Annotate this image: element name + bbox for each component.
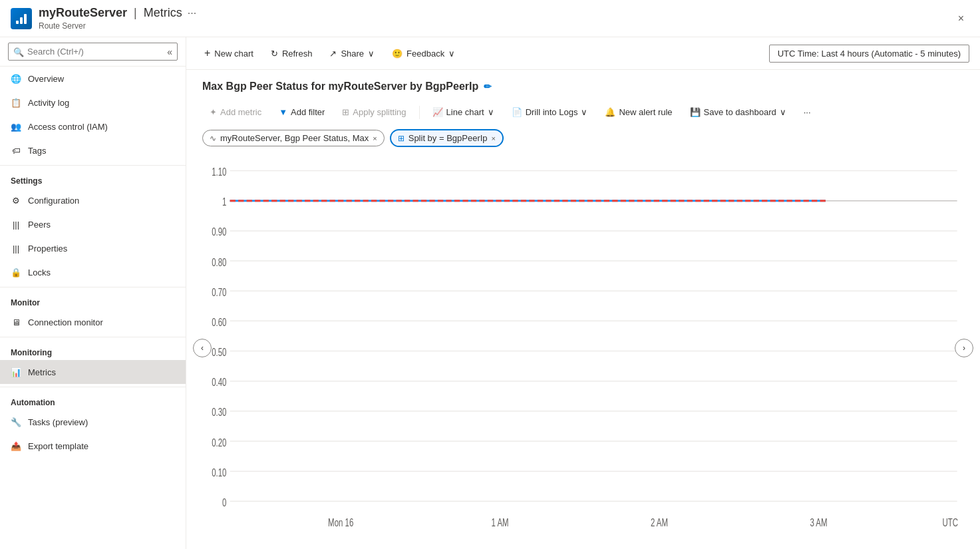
save-to-dashboard-button[interactable]: 💾 Save to dashboard ∨: [683, 103, 794, 121]
search-wrap: 🔍 «: [8, 43, 178, 61]
properties-icon: |||: [11, 243, 21, 254]
save-icon: 💾: [690, 107, 701, 117]
sidebar-settings-section: Settings ⚙ Configuration ||| Peers ||| P…: [0, 168, 186, 284]
filter-icon: ▼: [279, 107, 287, 117]
header-separator: |: [134, 6, 137, 20]
line-chart-label: Line chart: [446, 107, 484, 117]
chart-toolbar-sep-1: [419, 106, 420, 119]
sidebar-item-peers[interactable]: ||| Peers: [0, 212, 186, 236]
svg-text:0.30: 0.30: [212, 406, 226, 419]
sidebar-item-properties[interactable]: ||| Properties: [0, 236, 186, 260]
metric-pills-row: ∿ myRouteServer, Bgp Peer Status, Max × …: [202, 129, 964, 147]
metrics-chart-icon: 📊: [11, 367, 21, 377]
edit-title-icon[interactable]: ✏: [484, 81, 492, 92]
search-input[interactable]: [8, 43, 178, 61]
sidebar-collapse-button[interactable]: «: [167, 47, 172, 57]
svg-text:0.70: 0.70: [212, 286, 226, 299]
metric-pill-close[interactable]: ×: [373, 134, 377, 142]
feedback-button[interactable]: 🙂 Feedback ∨: [385, 44, 462, 63]
svg-text:0.80: 0.80: [212, 256, 226, 268]
chart-legend: 10.0.4.10 myRouteServer 1 10.0.3.10 myRo…: [202, 540, 964, 549]
tasks-icon: 🔧: [11, 417, 21, 427]
line-chart-chevron: ∨: [488, 107, 494, 117]
sidebar-item-tasks[interactable]: 🔧 Tasks (preview): [0, 410, 186, 434]
metric-pill-icon: ∿: [210, 134, 216, 143]
search-icon: 🔍: [13, 47, 24, 57]
time-range-selector[interactable]: UTC Time: Last 4 hours (Automatic - 5 mi…: [769, 45, 969, 63]
sidebar-item-export-template[interactable]: 📤 Export template: [0, 434, 186, 458]
page-title: Metrics: [144, 6, 182, 20]
chart-nav-right[interactable]: ›: [955, 339, 973, 357]
new-alert-rule-button[interactable]: 🔔 New alert rule: [597, 103, 679, 121]
chart-nav-left[interactable]: ‹: [193, 339, 212, 357]
grid-icon: ⚙: [11, 195, 21, 206]
sidebar-item-tasks-label: Tasks (preview): [28, 417, 88, 427]
line-chart-button[interactable]: 📈 Line chart ∨: [425, 103, 502, 121]
app-icon: [11, 8, 32, 29]
sidebar-item-export-template-label: Export template: [28, 441, 88, 451]
sidebar-item-tags[interactable]: 🏷 Tags: [0, 138, 186, 162]
more-options-button[interactable]: ···: [796, 103, 818, 121]
lock-icon: 🔒: [11, 267, 21, 277]
plus-icon: +: [204, 47, 210, 59]
metric-pill[interactable]: ∿ myRouteServer, Bgp Peer Status, Max ×: [202, 130, 385, 146]
add-filter-button[interactable]: ▼ Add filter: [271, 103, 332, 121]
chart-title-text: Max Bgp Peer Status for myRouteServer by…: [202, 81, 478, 92]
sidebar-item-locks-label: Locks: [28, 268, 51, 277]
sidebar-item-activity-log[interactable]: 📋 Activity log: [0, 91, 186, 114]
more-options-icon: ···: [804, 107, 811, 117]
settings-section-header: Settings: [0, 168, 186, 188]
apply-splitting-label: Apply splitting: [353, 107, 406, 117]
header-more-icon[interactable]: ···: [188, 7, 196, 19]
sidebar-item-configuration[interactable]: ⚙ Configuration: [0, 188, 186, 212]
app-name: myRouteServer: [39, 6, 127, 20]
sidebar-item-metrics[interactable]: 📊 Metrics: [0, 360, 186, 384]
share-label: Share: [341, 49, 364, 59]
split-pill-close[interactable]: ×: [492, 134, 496, 142]
drill-into-logs-button[interactable]: 📄 Drill into Logs ∨: [504, 103, 595, 121]
feedback-label: Feedback: [407, 49, 444, 59]
people-icon: 👥: [11, 121, 21, 132]
sidebar-item-connection-monitor[interactable]: 🖥 Connection monitor: [0, 310, 186, 334]
new-alert-rule-label: New alert rule: [619, 107, 672, 117]
sidebar-item-locks[interactable]: 🔒 Locks: [0, 260, 186, 284]
svg-text:0: 0: [222, 496, 226, 509]
chart-title-row: Max Bgp Peer Status for myRouteServer by…: [202, 81, 964, 92]
sidebar-automation-section: Automation 🔧 Tasks (preview) 📤 Export te…: [0, 390, 186, 458]
chart-container: Max Bgp Peer Status for myRouteServer by…: [186, 70, 980, 549]
drill-logs-chevron: ∨: [581, 107, 587, 117]
share-button[interactable]: ↗ Share ∨: [322, 44, 382, 63]
svg-text:3 AM: 3 AM: [810, 516, 827, 529]
automation-section-header: Automation: [0, 390, 186, 410]
monitor-section-header: Monitor: [0, 290, 186, 310]
globe-icon: 🌐: [11, 73, 21, 84]
splitting-icon: ⊞: [342, 107, 349, 117]
sidebar-item-access-control[interactable]: 👥 Access control (IAM): [0, 114, 186, 138]
svg-rect-2: [24, 14, 27, 24]
sidebar-item-metrics-label: Metrics: [28, 367, 56, 377]
header-text: myRouteServer | Metrics ··· Route Server: [39, 6, 196, 31]
share-chevron-icon: ∨: [368, 49, 375, 59]
sidebar: 🔍 « 🌐 Overview 📋 Activity log 👥 Access c…: [0, 37, 186, 549]
line-chart-icon: 📈: [432, 107, 443, 117]
split-pill-text: Split by = BgpPeerIp: [408, 133, 488, 143]
apply-splitting-button[interactable]: ⊞ Apply splitting: [335, 103, 413, 121]
svg-text:Mon 16: Mon 16: [328, 516, 353, 529]
chart-svg: 1.10 1 0.90 0.80 0.70 0.60 0.50 0.40 0.3…: [202, 158, 964, 538]
monitor-icon: 🖥: [11, 317, 21, 327]
main-toolbar: + New chart ↻ Refresh ↗ Share ∨ 🙂 Feedba…: [186, 37, 980, 70]
sidebar-top-section: 🌐 Overview 📋 Activity log 👥 Access contr…: [0, 67, 186, 162]
split-pill[interactable]: ⊞ Split by = BgpPeerIp ×: [390, 129, 504, 147]
add-metric-button[interactable]: ✦ Add metric: [202, 103, 269, 121]
alert-icon: 🔔: [605, 107, 615, 117]
svg-text:1.10: 1.10: [212, 166, 226, 178]
new-chart-button[interactable]: + New chart: [197, 43, 261, 64]
metric-pill-text: myRouteServer, Bgp Peer Status, Max: [220, 133, 369, 143]
new-chart-label: New chart: [214, 49, 253, 59]
refresh-button[interactable]: ↻ Refresh: [263, 44, 320, 63]
close-button[interactable]: ×: [953, 10, 969, 27]
time-range-label: UTC Time: Last 4 hours (Automatic - 5 mi…: [778, 49, 961, 59]
save-to-dashboard-label: Save to dashboard: [704, 107, 776, 117]
svg-text:0.10: 0.10: [212, 466, 226, 479]
sidebar-item-overview[interactable]: 🌐 Overview: [0, 67, 186, 91]
